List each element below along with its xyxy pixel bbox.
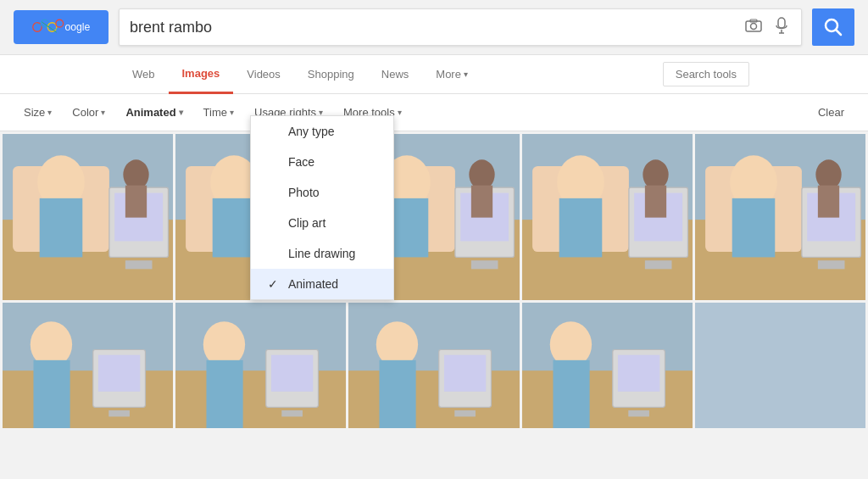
svg-rect-62 (818, 260, 845, 269)
image-result-10[interactable] (695, 303, 865, 428)
svg-rect-70 (98, 355, 140, 392)
svg-rect-87 (522, 370, 693, 428)
more-chevron-icon: ▾ (464, 70, 468, 79)
svg-rect-68 (33, 360, 70, 428)
svg-rect-49 (559, 198, 602, 258)
dropdown-item-clip-art[interactable]: Clip art (251, 208, 393, 238)
google-logo[interactable]: oogle (14, 10, 108, 44)
svg-rect-80 (348, 370, 519, 428)
filter-bar: Size ▾ Color ▾ Animated ▾ Time ▾ Usage r… (0, 94, 868, 131)
svg-point-63 (815, 159, 841, 189)
image-result-1[interactable] (3, 134, 173, 300)
mic-icon-button[interactable] (772, 14, 791, 42)
color-chevron-icon: ▾ (101, 108, 105, 117)
svg-rect-77 (271, 355, 313, 392)
svg-rect-78 (281, 410, 303, 416)
nav-bar: Web Images Videos Shopping News More ▾ S… (0, 55, 868, 94)
svg-rect-66 (3, 370, 173, 428)
svg-point-43 (470, 159, 495, 189)
image-result-5[interactable] (695, 134, 865, 300)
svg-text:oogle: oogle (64, 21, 90, 33)
filter-time[interactable]: Time ▾ (193, 99, 244, 125)
nav-more[interactable]: More ▾ (422, 55, 481, 94)
search-button[interactable] (812, 8, 854, 46)
svg-rect-52 (644, 260, 671, 269)
search-input[interactable] (130, 19, 735, 36)
svg-line-4 (36, 24, 58, 30)
nav-web[interactable]: Web (119, 55, 169, 94)
svg-rect-10 (778, 18, 785, 28)
image-result-8[interactable] (348, 303, 519, 428)
svg-point-53 (643, 159, 668, 189)
animated-dropdown: Any type Face Photo Clip art Line drawin… (250, 115, 394, 300)
svg-point-23 (123, 159, 148, 189)
clear-button[interactable]: Clear (808, 99, 854, 125)
more-tools-chevron-icon: ▾ (398, 108, 402, 117)
dropdown-item-line-drawing[interactable]: Line drawing (251, 238, 393, 269)
filter-color[interactable]: Color ▾ (62, 99, 115, 125)
filter-size[interactable]: Size ▾ (14, 99, 62, 125)
image-result-6[interactable] (3, 303, 173, 428)
svg-rect-22 (125, 260, 153, 269)
svg-rect-84 (444, 355, 486, 392)
image-result-4[interactable] (522, 134, 693, 300)
svg-rect-24 (125, 186, 147, 218)
svg-rect-71 (108, 410, 130, 416)
svg-rect-59 (732, 198, 776, 258)
svg-rect-54 (644, 186, 665, 218)
svg-rect-91 (618, 355, 659, 392)
nav-videos[interactable]: Videos (233, 55, 294, 94)
svg-rect-75 (207, 360, 243, 428)
svg-rect-64 (818, 186, 839, 218)
nav-shopping[interactable]: Shopping (294, 55, 368, 94)
animated-chevron-icon: ▾ (179, 108, 183, 117)
dropdown-item-face[interactable]: Face (251, 147, 393, 177)
search-bar (119, 8, 802, 46)
camera-icon-button[interactable] (742, 15, 765, 40)
dropdown-item-animated[interactable]: ✓ Animated (251, 269, 393, 299)
dropdown-item-any-type[interactable]: Any type (251, 116, 393, 147)
svg-point-3 (56, 19, 64, 27)
nav-images[interactable]: Images (169, 55, 234, 94)
svg-point-8 (751, 23, 757, 29)
svg-rect-73 (175, 370, 346, 428)
svg-rect-89 (553, 360, 589, 428)
image-result-7[interactable] (175, 303, 346, 428)
check-icon-animated: ✓ (268, 277, 281, 291)
image-result-9[interactable] (522, 303, 693, 428)
svg-rect-85 (455, 410, 476, 416)
filter-animated[interactable]: Animated ▾ (115, 99, 192, 125)
svg-rect-19 (40, 198, 83, 258)
nav-news[interactable]: News (368, 55, 423, 94)
svg-rect-42 (471, 260, 498, 269)
dropdown-item-photo[interactable]: Photo (251, 177, 393, 208)
svg-rect-29 (213, 198, 256, 258)
svg-rect-82 (380, 360, 416, 428)
search-tools-button[interactable]: Search tools (663, 62, 749, 86)
svg-rect-44 (471, 186, 492, 218)
svg-line-14 (836, 30, 841, 35)
size-chevron-icon: ▾ (47, 108, 52, 117)
svg-rect-92 (628, 410, 649, 416)
image-results (0, 131, 868, 428)
header: oogle (0, 0, 868, 55)
time-chevron-icon: ▾ (230, 108, 234, 117)
